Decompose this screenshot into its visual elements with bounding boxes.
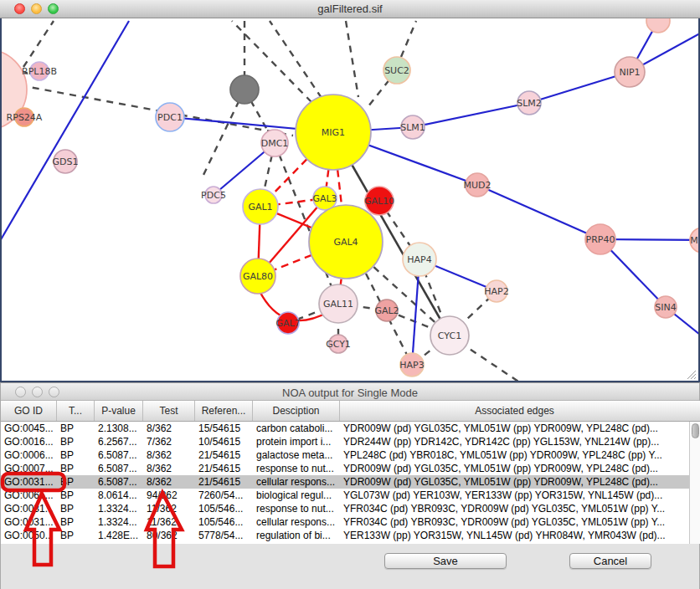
table-cell: protein import i... [253,435,340,448]
node-gal10[interactable]: GAL10 [364,187,394,215]
node-gcy1[interactable]: GCY1 [326,335,351,353]
table-row[interactable]: GO:0050...BP1.428E...80/3625778/54...reg… [1,529,689,542]
save-button[interactable]: Save [384,553,507,569]
noa-output-window: NOA output for Single Mode GO IDT...P-va… [0,382,700,589]
network-canvas-frame: RPL18BRPS24AGDS1PDC1MIG1SUC2SLM1SLM2NIP1… [0,18,700,382]
table-row[interactable]: GO:0031...BP1.3324...11/362105/546...cel… [1,515,689,529]
screen: galFiltered.sif RPL18BRPS24AGDS1PDC1MIG1… [0,0,700,589]
svg-text:SLM2: SLM2 [517,98,542,109]
table-cell: 6.2567... [95,435,143,448]
node-msl1[interactable]: MSL1 [690,228,698,253]
scrollbar-thumb[interactable] [692,423,699,438]
table-cell: cellular respons... [253,515,340,529]
table-cell: 8/362 [143,462,195,475]
node-suc2[interactable]: SUC2 [383,57,410,84]
node-clipped-top-right[interactable] [646,18,670,33]
node-gds1[interactable]: GDS1 [53,150,79,173]
svg-text:SLM1: SLM1 [400,122,425,133]
column-header[interactable]: Test [143,401,195,421]
node-prp40[interactable]: PRP40 [585,224,615,254]
column-header[interactable]: Desciption [253,401,340,421]
table-cell: regulation of bi... [253,529,340,542]
svg-text:HAP2: HAP2 [484,286,508,297]
column-header[interactable]: P-value [95,401,143,421]
table-row[interactable]: GO:0065...BP8.0614...94/3627260/54...bio… [1,489,689,502]
column-header[interactable]: Referen... [195,401,253,421]
table-row[interactable]: GO:0045...BP2.1308...8/36215/54615carbon… [1,422,689,435]
svg-text:GAL1: GAL1 [248,202,272,213]
node-pdc1[interactable]: PDC1 [156,103,184,131]
table-row[interactable]: GO:0031...BP1.3324...11/362105/546...res… [1,502,689,515]
svg-text:GAL80: GAL80 [243,271,273,282]
table-row[interactable]: GO:0016...BP6.2567...7/36210/54615protei… [1,435,689,448]
network-edge[interactable] [270,21,322,98]
table-cell: GO:0006... [1,448,57,462]
cancel-button[interactable]: Cancel [569,553,651,569]
node-slm1[interactable]: SLM1 [400,115,425,139]
table-cell: YFR034C (pd) YBR093C, YDR009W (pd) YGL03… [340,515,689,529]
vertical-scrollbar[interactable] [689,422,700,544]
table-cell: 21/54615 [195,448,253,462]
node-cyc1[interactable]: CYC1 [430,316,469,355]
table-cell: BP [57,448,95,462]
node-slm2[interactable]: SLM2 [517,91,542,115]
node-gal7[interactable]: GAL7 [275,312,300,334]
column-header[interactable]: Associated edges [340,401,689,421]
table-cell: 21/54615 [195,462,253,475]
node-mud2[interactable]: MUD2 [463,173,491,197]
column-header[interactable]: T... [57,401,95,421]
table-row[interactable]: GO:0007...BP6.5087...8/36221/54615respon… [1,462,689,475]
node-dmc1[interactable]: DMC1 [261,130,289,156]
table-cell: YPL248C (pd) YBR018C, YML051W (pp) YDR00… [340,448,689,462]
table-cell: GO:0045... [1,422,57,435]
table-cell: YER133W (pp) YOR315W, YNL145W (pd) YHR08… [340,529,689,542]
network-edge[interactable] [346,21,358,97]
node-sin4[interactable]: SIN4 [655,296,677,318]
svg-text:MIG1: MIG1 [322,127,345,138]
network-edge[interactable] [401,21,416,57]
node-mig1[interactable]: MIG1 [296,95,371,170]
svg-text:GAL2: GAL2 [374,305,399,316]
node-nip1[interactable]: NIP1 [615,57,645,87]
svg-text:RPL18B: RPL18B [22,66,57,77]
network-edge[interactable] [2,21,129,241]
network-edge[interactable] [23,21,54,67]
node-gal2[interactable]: GAL2 [374,300,399,321]
svg-text:PRP40: PRP40 [586,234,615,245]
network-canvas[interactable]: RPL18BRPS24AGDS1PDC1MIG1SUC2SLM1SLM2NIP1… [2,18,698,381]
node-hap2[interactable]: HAP2 [484,280,508,302]
table-cell: 2.1308... [95,422,143,435]
table-cell: YDR009W (pd) YGL035C, YML051W (pp) YDR00… [340,462,689,475]
table-cell: BP [57,475,95,489]
table-row[interactable]: GO:0031...BP6.5087...8/36221/54615cellul… [1,475,689,489]
node-pdc5[interactable]: PDC5 [201,187,226,203]
resize-grip-icon[interactable] [686,369,697,380]
table-cell: YFR034C (pd) YBR093C, YDR009W (pd) YGL03… [340,502,689,515]
table-cell: BP [57,489,95,502]
table-row[interactable]: GO:0006...BP6.5087...8/36221/54615galact… [1,448,689,462]
table-cell: 10/54615 [195,435,253,448]
table-cell: GO:0031... [1,475,57,489]
table-cell: 11/362 [143,502,195,515]
table-cell: 8/362 [143,422,195,435]
node-gal1[interactable]: GAL1 [243,189,278,224]
node-unnamed-dark[interactable] [230,75,259,104]
node-gal4[interactable]: GAL4 [309,205,383,279]
table-cell: 6.5087... [95,448,143,462]
node-gal80[interactable]: GAL80 [240,259,275,294]
network-window-title: galFiltered.sif [0,3,700,15]
network-edge[interactable] [413,103,529,127]
node-rpl18b[interactable]: RPL18B [22,62,57,80]
node-hap4[interactable]: HAP4 [403,243,436,276]
table-cell: 11/362 [143,515,195,529]
table-cell: 1.3324... [95,515,143,529]
network-edge[interactable] [477,185,600,239]
table-cell: 15/54615 [195,422,253,435]
table-cell: cellular respons... [253,475,340,489]
node-gal11[interactable]: GAL11 [319,284,358,323]
column-header[interactable]: GO ID [1,401,57,421]
table-cell: GO:0065... [1,489,57,502]
node-hap3[interactable]: HAP3 [399,353,424,376]
table-cell: 5778/54... [195,529,253,542]
table-cell: response to nut... [253,462,340,475]
